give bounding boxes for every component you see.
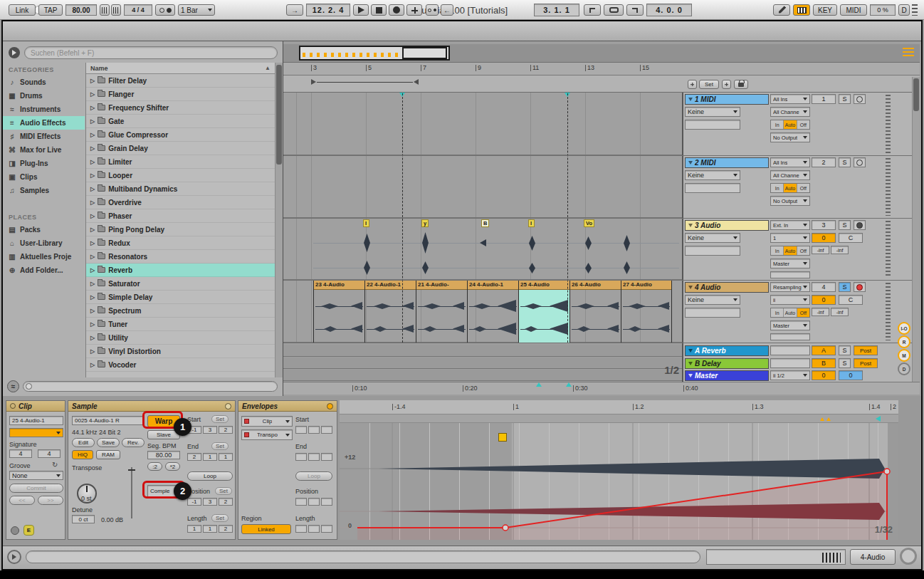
hiq-button[interactable]: HiQ [72,450,93,459]
status-play-icon[interactable] [7,550,21,564]
output-chooser[interactable]: Master [770,259,810,268]
disclosure-icon[interactable]: ▷ [90,362,95,368]
clip-title-bar[interactable]: 27 4-Audio [621,281,671,290]
disclosure-icon[interactable]: ▷ [90,78,95,84]
prev-clip-button[interactable]: << [9,496,35,505]
arrangement-scrollbar[interactable] [912,77,920,382]
overdub-d-button[interactable]: D [898,4,910,16]
env-position-field[interactable] [295,498,307,506]
track-delay-field[interactable] [685,183,740,193]
track-fold-icon[interactable] [688,349,693,353]
arm-button[interactable] [854,220,866,230]
post-button[interactable]: Post [854,345,878,355]
track-name-1[interactable]: 1 MIDI [685,94,769,105]
show-io-section-toggle[interactable]: I-O [898,322,910,335]
position-sixteenths-field[interactable]: 2 [219,498,233,506]
loop-start-display[interactable]: 3. 1. 1 [534,4,579,16]
monitor-in-button[interactable]: In [771,120,784,129]
arrangement-loop-brace[interactable] [311,79,419,85]
sidebar-item-plug-ins[interactable]: ◨Plug-Ins [3,157,85,170]
set-position-button[interactable]: Set [215,487,232,495]
set-start-button[interactable]: Set [211,415,229,423]
next-locator-button[interactable] [722,80,731,89]
list-item[interactable]: ▷Limiter [86,155,275,169]
sidebar-item-drums[interactable]: ▦Drums [3,89,85,103]
play-button[interactable] [353,4,369,16]
disclosure-icon[interactable]: ▷ [90,159,95,165]
browser-scrollbar-thumb[interactable] [276,65,282,165]
nudge-up-button[interactable] [111,4,121,16]
device-chooser[interactable]: Keine [685,170,740,180]
disclosure-icon[interactable]: ▷ [90,145,95,152]
env-start-field[interactable] [295,426,307,434]
track-lane-3-audio[interactable]: I y B I Vo [283,219,682,280]
arrangement-clip[interactable]: 21 4-Audio- [416,281,467,343]
set-locator-button[interactable]: Set [699,80,719,89]
env-length-field[interactable] [321,525,332,533]
clip-title-bar[interactable]: 24 4-Audio-1 [468,281,518,290]
sidebar-item-samples[interactable]: ♫Samples [3,184,85,197]
list-item[interactable]: ▷Frequency Shifter [86,101,275,115]
input-channel-chooser[interactable]: All Channe [770,170,810,180]
return-field[interactable] [770,358,810,368]
envelopes-panel-expand-icon[interactable] [327,403,333,410]
env-start-field[interactable] [321,426,332,434]
groove-chooser[interactable]: None [9,471,63,480]
track-delay-field[interactable] [685,308,740,318]
position-bars-field[interactable]: -1 [187,498,201,506]
env-start-field[interactable] [308,426,320,434]
env-length-field[interactable] [308,525,320,533]
gain-slider[interactable] [131,467,132,518]
sort-ascending-icon[interactable]: ▲ [265,65,271,71]
pan-field[interactable]: C [839,233,863,243]
search-input[interactable] [24,46,278,59]
selection-marker-icon[interactable] [536,382,542,387]
clip-title-bar[interactable]: 26 4-Audio [570,281,621,290]
clip-zoom-thumb[interactable] [822,553,841,563]
groove-refresh-icon[interactable]: ↻ [52,461,58,469]
set-length-button[interactable]: Set [211,514,229,522]
linked-button[interactable]: Linked [241,524,291,534]
track-lane-1-midi[interactable] [283,93,682,155]
env-end-field[interactable] [321,453,332,461]
sidebar-item-midi-effects[interactable]: ♯MIDI Effects [3,130,85,143]
disclosure-icon[interactable]: ▷ [90,199,95,206]
sample-file-field[interactable]: 0025 4-Audio-1 R [72,416,145,425]
list-item[interactable]: ▷Grain Delay [86,142,275,155]
solo-button[interactable]: S [839,220,851,230]
disclosure-icon[interactable]: ▷ [90,186,95,192]
end-beats-field[interactable]: 1 [203,453,217,461]
list-item[interactable]: ▷Phaser [86,209,275,223]
seg-bpm-field[interactable]: 80.00 [147,451,180,459]
arm-button-armed[interactable] [854,282,866,292]
list-item[interactable]: ▷Ping Pong Delay [86,223,275,236]
list-item[interactable]: ▷Resonators [86,250,275,264]
disclosure-icon[interactable]: ▷ [90,240,95,246]
solo-button[interactable]: S [839,358,851,368]
disclosure-icon[interactable]: ▷ [90,294,95,301]
arrangement-clip[interactable]: 22 4-Audio-1 [364,281,416,343]
preview-bar[interactable] [23,381,278,392]
disclosure-icon[interactable]: ▷ [90,118,95,125]
sidebar-item-audio-effects[interactable]: ≡Audio Effects [3,116,85,130]
list-item[interactable]: ▷Saturator [86,277,275,291]
disclosure-icon[interactable]: ▷ [90,281,95,287]
input-type-chooser[interactable]: Resampling [770,282,810,292]
track-fold-icon[interactable] [688,374,693,377]
monitor-auto-button[interactable]: Auto [784,246,797,255]
disclosure-icon[interactable]: ▷ [90,91,95,98]
sidebar-item-clips[interactable]: ▣Clips [3,170,85,184]
track-fold-icon[interactable] [688,98,693,101]
track-fold-icon[interactable] [688,362,693,365]
next-clip-button[interactable]: >> [38,496,63,505]
half-tempo-button[interactable]: :2 [147,462,162,471]
env-length-field[interactable] [295,525,307,533]
input-channel-chooser[interactable]: 1 [770,233,810,243]
browser-search[interactable] [24,46,278,59]
solo-button-active[interactable]: S [839,282,851,292]
list-item[interactable]: ▷Spectrum [86,304,275,318]
device-chooser[interactable]: Keine [685,107,740,117]
track-name-4[interactable]: 4 Audio [685,282,769,293]
hamburger-menu-icon[interactable] [903,48,914,56]
loop-end-marker-icon[interactable] [876,416,881,422]
